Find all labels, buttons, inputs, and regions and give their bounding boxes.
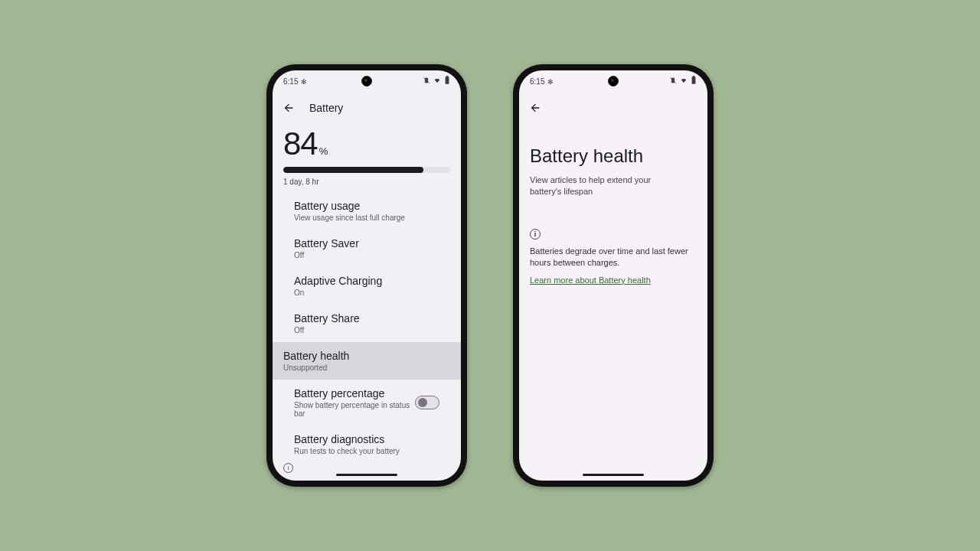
battery-icon — [691, 76, 697, 86]
info-icon[interactable]: i — [283, 463, 293, 473]
phone-left: 6:15 Battery 84 % 1 day, 8 hr — [266, 64, 467, 487]
svg-rect-3 — [693, 76, 694, 77]
info-body: Batteries degrade over time and last few… — [530, 246, 697, 269]
toggle-knob — [418, 398, 427, 407]
nav-bar[interactable] — [336, 474, 397, 476]
battery-progress-fill — [283, 167, 423, 173]
app-bar: Battery — [273, 92, 461, 124]
learn-more-link[interactable]: Learn more about Battery health — [530, 276, 697, 285]
row-battery-share[interactable]: Battery Share Off — [283, 305, 450, 342]
wifi-icon — [433, 77, 442, 86]
back-button[interactable] — [528, 101, 542, 115]
screen-battery-health: 6:15 Battery health View articles to hel… — [519, 70, 707, 481]
row-battery-percentage[interactable]: Battery percentage Show battery percenta… — [283, 380, 450, 425]
battery-percent: 84 % — [283, 126, 450, 162]
vibrate-icon — [423, 77, 430, 86]
gear-icon — [301, 77, 307, 86]
camera-cutout — [608, 76, 619, 86]
info-icon: i — [530, 229, 541, 240]
screen-battery: 6:15 Battery 84 % 1 day, 8 hr — [273, 70, 461, 481]
toggle-battery-percentage[interactable] — [415, 396, 439, 409]
vibrate-icon — [669, 77, 677, 86]
percent-sign: % — [319, 145, 328, 157]
wifi-icon — [679, 77, 688, 86]
svg-rect-1 — [446, 76, 448, 77]
settings-list: Battery usage View usage since last full… — [283, 192, 450, 463]
page-title: Battery health — [530, 145, 697, 167]
time-estimate: 1 day, 8 hr — [283, 178, 450, 186]
svg-rect-0 — [446, 77, 449, 84]
page-title: Battery — [309, 102, 343, 114]
nav-bar[interactable] — [583, 474, 644, 476]
row-battery-saver[interactable]: Battery Saver Off — [283, 230, 450, 267]
row-battery-diagnostics[interactable]: Battery diagnostics Run tests to check y… — [283, 425, 450, 463]
battery-icon — [444, 76, 450, 86]
page-subtitle: View articles to help extend your batter… — [530, 174, 683, 198]
row-battery-usage[interactable]: Battery usage View usage since last full… — [283, 192, 450, 230]
svg-rect-2 — [692, 77, 696, 84]
back-button[interactable] — [282, 101, 296, 115]
status-time: 6:15 — [283, 77, 298, 86]
camera-cutout — [361, 76, 372, 86]
row-battery-health[interactable]: Battery health Unsupported — [273, 342, 461, 380]
percent-value: 84 — [283, 126, 318, 162]
status-time: 6:15 — [530, 77, 544, 86]
battery-progress-track — [283, 167, 450, 173]
app-bar — [519, 92, 707, 124]
gear-icon — [547, 77, 554, 86]
row-adaptive-charging[interactable]: Adaptive Charging On — [283, 267, 450, 305]
phone-right: 6:15 Battery health View articles to hel… — [513, 64, 714, 487]
